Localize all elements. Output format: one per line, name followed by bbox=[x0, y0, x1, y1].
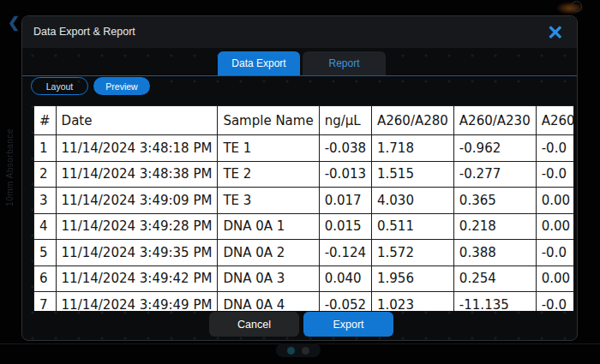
table-cell: TE 2 bbox=[218, 161, 319, 188]
data-preview-table-viewport[interactable]: #DateSample Nameng/µLA260/A280A260/A230A… bbox=[33, 105, 573, 311]
table-cell: 0.254 bbox=[453, 266, 536, 292]
page-indicator bbox=[276, 343, 321, 357]
table-cell: TE 3 bbox=[218, 188, 319, 214]
table-cell: 0.040 bbox=[319, 266, 371, 292]
table-cell: TE 1 bbox=[218, 135, 319, 162]
table-cell: 0.017 bbox=[319, 188, 371, 214]
table-cell: 2 bbox=[34, 161, 57, 188]
table-cell: 0.365 bbox=[453, 188, 536, 214]
close-icon[interactable]: ✕ bbox=[543, 21, 568, 45]
table-cell: 1.023 bbox=[372, 292, 454, 312]
table-row: 111/14/2024 3:48:18 PMTE 1-0.0381.718-0.… bbox=[34, 135, 574, 162]
table-cell: 1 bbox=[34, 135, 57, 162]
table-cell: 1.718 bbox=[372, 135, 454, 162]
column-header: ng/µL bbox=[319, 106, 371, 135]
data-preview-table: #DateSample Nameng/µLA260/A280A260/A230A… bbox=[33, 105, 573, 311]
table-cell: -0.0 bbox=[536, 135, 573, 162]
table-cell: 1.956 bbox=[372, 266, 454, 292]
tab-data-export[interactable]: Data Export bbox=[218, 51, 300, 75]
table-cell: -0.0 bbox=[536, 161, 573, 188]
cancel-button[interactable]: Cancel bbox=[209, 312, 299, 337]
table-cell: 11/14/2024 3:48:18 PM bbox=[56, 135, 218, 162]
table-cell: DNA 0A 3 bbox=[218, 266, 319, 292]
table-cell: 1.572 bbox=[372, 240, 454, 266]
table-row: 211/14/2024 3:48:38 PMTE 2-0.0131.515-0.… bbox=[34, 161, 574, 188]
column-header: A260/A280 bbox=[372, 106, 454, 135]
preview-toggle-button[interactable]: Preview bbox=[93, 77, 150, 95]
table-cell: -0.962 bbox=[453, 135, 536, 162]
table-row: 711/14/2024 3:49:49 PMDNA 0A 4-0.0521.02… bbox=[34, 292, 574, 312]
table-cell: 11/14/2024 3:49:09 PM bbox=[56, 188, 218, 214]
table-cell: 0.015 bbox=[319, 213, 371, 240]
page-dot-active bbox=[287, 347, 295, 355]
dialog-title: Data Export & Report bbox=[33, 26, 135, 38]
column-header: A260/A230 bbox=[453, 106, 536, 135]
table-cell: 4.030 bbox=[372, 188, 454, 214]
table-row: 511/14/2024 3:49:35 PMDNA 0A 2-0.1241.57… bbox=[34, 240, 574, 266]
table-row: 311/14/2024 3:49:09 PMTE 30.0174.0300.36… bbox=[34, 188, 574, 214]
table-cell: 3 bbox=[34, 188, 57, 214]
table-cell: 11/14/2024 3:49:28 PM bbox=[56, 213, 218, 240]
column-header: Sample Name bbox=[218, 106, 319, 135]
table-cell: 11/14/2024 3:49:49 PM bbox=[56, 292, 218, 312]
table-cell: -0.038 bbox=[319, 135, 371, 162]
table-cell: 0.00 bbox=[536, 213, 573, 240]
layout-toggle-button[interactable]: Layout bbox=[31, 77, 88, 95]
table-cell: DNA 0A 4 bbox=[218, 292, 319, 312]
dialog-titlebar: Data Export & Report ✕ bbox=[22, 16, 577, 48]
table-cell: 0.00 bbox=[536, 266, 573, 292]
table-cell: 7 bbox=[34, 292, 57, 312]
table-cell: 11/14/2024 3:48:38 PM bbox=[56, 161, 218, 188]
page-dot-inactive bbox=[302, 347, 309, 355]
table-cell: 0.218 bbox=[453, 213, 536, 240]
table-cell: -0.124 bbox=[319, 240, 371, 266]
export-button[interactable]: Export bbox=[303, 312, 393, 337]
table-cell: -0.277 bbox=[453, 161, 536, 188]
tab-underline bbox=[22, 75, 577, 76]
table-cell: 5 bbox=[34, 240, 57, 266]
column-header: Date bbox=[56, 106, 218, 135]
table-cell: 0.00 bbox=[536, 188, 573, 214]
table-cell: 0.388 bbox=[453, 240, 536, 266]
data-export-report-dialog: Data Export & Report ✕ Data Export Repor… bbox=[21, 15, 578, 341]
table-cell: 0.511 bbox=[372, 213, 454, 240]
table-cell: 1.515 bbox=[372, 161, 454, 188]
tab-report[interactable]: Report bbox=[303, 51, 386, 75]
screen-background: ❮ 10mm Absorbance Data Export & Report ✕… bbox=[0, 0, 600, 364]
table-body: 111/14/2024 3:48:18 PMTE 1-0.0381.718-0.… bbox=[34, 135, 574, 312]
table-header-row: #DateSample Nameng/µLA260/A280A260/A230A… bbox=[34, 106, 574, 135]
table-cell: DNA 0A 2 bbox=[218, 240, 319, 266]
table-cell: 11/14/2024 3:49:42 PM bbox=[56, 266, 218, 292]
table-cell: -11.135 bbox=[453, 292, 536, 312]
axis-label-10mm-absorbance: 10mm Absorbance bbox=[5, 128, 15, 206]
table-cell: -0.0 bbox=[536, 292, 573, 312]
table-cell: -0.013 bbox=[319, 161, 371, 188]
table-cell: -0.0 bbox=[536, 240, 573, 266]
table-cell: 6 bbox=[34, 266, 57, 292]
table-row: 611/14/2024 3:49:42 PMDNA 0A 30.0401.956… bbox=[34, 266, 574, 292]
table-cell: -0.052 bbox=[319, 292, 371, 312]
column-header: A260 bbox=[536, 106, 573, 135]
table-cell: 11/14/2024 3:49:35 PM bbox=[56, 240, 218, 266]
background-ring-icon bbox=[571, 1, 582, 12]
table-cell: DNA 0A 1 bbox=[218, 213, 319, 240]
back-chevron-icon: ❮ bbox=[8, 14, 20, 32]
table-row: 411/14/2024 3:49:28 PMDNA 0A 10.0150.511… bbox=[34, 213, 574, 240]
column-header: # bbox=[34, 106, 57, 135]
table-cell: 4 bbox=[34, 213, 57, 240]
